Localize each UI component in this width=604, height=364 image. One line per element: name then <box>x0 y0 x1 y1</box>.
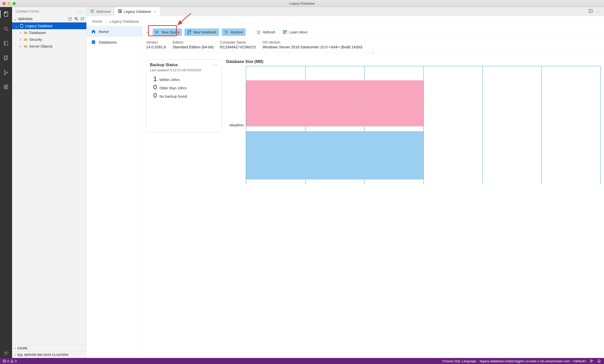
leftnav-databases[interactable]: Databases <box>87 37 142 47</box>
close-icon[interactable]: × <box>154 9 156 14</box>
chevron-right-icon: › <box>15 353 16 357</box>
info-edition-value: Standard Edition (64-bit) <box>173 45 214 49</box>
server-info-strip: Version 14.0.3281.6 Edition Standard Edi… <box>143 38 604 52</box>
chart-gridline <box>600 66 601 184</box>
tree-row-databases[interactable]: › Databases <box>12 29 86 36</box>
folder-icon <box>24 38 28 42</box>
svg-point-42 <box>155 31 156 31</box>
tab-welcome[interactable]: Welcome <box>87 7 115 16</box>
tab-welcome-label: Welcome <box>96 10 111 14</box>
activity-extensions[interactable] <box>0 82 12 92</box>
leftnav-home[interactable]: Home <box>87 26 142 37</box>
new-group-icon[interactable] <box>74 17 78 22</box>
database-size-card: Database Size (MB) rdsadmin <box>226 59 600 354</box>
refresh-button[interactable]: Refresh <box>254 28 278 36</box>
tree-server-label: Legacy Database <box>25 24 53 28</box>
info-version-label: Version <box>146 40 166 44</box>
database-icon <box>91 40 96 44</box>
editor-more-icon[interactable]: ··· <box>596 10 600 14</box>
info-computer: Computer Name EC2AMAZ-VC5M222 <box>220 40 256 49</box>
tree-row-security[interactable]: › Security <box>12 36 86 43</box>
new-notebook-button[interactable]: New Notebook <box>184 28 219 36</box>
new-query-button[interactable]: New Query <box>153 28 182 36</box>
activity-bar <box>0 7 12 358</box>
sidebar-bottom: › AZURE › SQL SERVER BIG DATA CLUSTERS <box>12 345 86 358</box>
card-more-icon[interactable]: ··· <box>213 62 218 67</box>
sidebar-more-icon[interactable]: ··· <box>78 9 83 14</box>
section-azure[interactable]: › AZURE <box>12 345 86 351</box>
sidebar-header: CONNECTIONS ··· <box>12 7 86 16</box>
backup-label: No backup found <box>159 94 187 98</box>
editor-tabs: Welcome Legacy Database × ··· <box>87 7 604 16</box>
info-computer-value: EC2AMAZ-VC5M222 <box>220 45 256 49</box>
svg-point-31 <box>91 10 92 11</box>
traffic-minimize[interactable] <box>8 2 11 5</box>
tree-row-server-objects[interactable]: › Server Objects <box>12 43 86 50</box>
chart-gridline <box>423 66 424 184</box>
info-os-label: OS Version <box>262 40 363 44</box>
info-version-value: 14.0.3281.6 <box>146 45 166 49</box>
svg-rect-20 <box>69 18 71 20</box>
chevron-right-icon: › <box>15 347 16 350</box>
tab-legacy-database[interactable]: Legacy Database × <box>115 7 160 16</box>
status-problems[interactable]: 0 0 <box>3 359 17 363</box>
dashboard-content: Home Databases « New Query New Not <box>87 26 604 358</box>
backup-count: 1 <box>152 75 157 83</box>
status-connection[interactable]: legacy-database.cv6ykrzkgphs.us-east-1.r… <box>480 359 586 363</box>
svg-point-44 <box>155 33 156 33</box>
new-connection-icon[interactable] <box>68 17 72 22</box>
section-servers[interactable]: ⌄ SERVERS <box>12 16 86 22</box>
svg-rect-35 <box>119 12 120 12</box>
activity-source-control[interactable] <box>0 67 12 78</box>
svg-rect-1 <box>5 12 6 13</box>
status-feedback-icon[interactable] <box>590 359 594 363</box>
learn-more-button[interactable]: Learn More <box>280 28 310 36</box>
traffic-zoom[interactable] <box>13 2 16 5</box>
svg-point-11 <box>4 70 5 71</box>
traffic-close[interactable] <box>3 2 6 5</box>
server-icon <box>20 24 24 28</box>
svg-point-2 <box>4 27 7 30</box>
status-choose-language[interactable]: Choose SQL Language <box>442 359 476 363</box>
section-azure-label: AZURE <box>17 347 27 350</box>
backup-title: Backup Status <box>150 63 178 67</box>
home-icon <box>91 29 96 34</box>
activity-connections[interactable] <box>0 9 12 19</box>
welcome-icon <box>90 9 94 14</box>
info-computer-label: Computer Name <box>220 40 256 44</box>
svg-point-13 <box>7 72 8 73</box>
learn-more-label: Learn More <box>289 30 308 34</box>
activity-search[interactable] <box>0 24 12 34</box>
svg-point-19 <box>5 352 7 354</box>
backup-last-updated: Last Updated: 6:12:32 AM 5/20/2020 <box>150 68 218 72</box>
svg-rect-52 <box>285 30 287 32</box>
chevron-right-icon: › <box>105 19 107 23</box>
activity-settings[interactable] <box>0 348 12 358</box>
servers-collapse-icon[interactable] <box>80 17 84 22</box>
activity-explorer[interactable] <box>0 53 12 63</box>
leftnav-databases-label: Databases <box>99 40 117 44</box>
leftnav-home-label: Home <box>99 29 109 34</box>
tab-legacy-label: Legacy Database <box>124 10 151 14</box>
chart-gridline <box>542 66 542 184</box>
dashboard-icon <box>118 9 122 14</box>
split-editor-icon[interactable] <box>588 9 593 14</box>
sidebar: CONNECTIONS ··· ⌄ SERVERS ⌄ Legacy Datab… <box>12 7 87 358</box>
breadcrumb-home[interactable]: Home <box>92 19 102 23</box>
activity-notebooks[interactable] <box>0 38 12 48</box>
breadcrumb-target[interactable]: Legacy Database <box>110 19 139 23</box>
status-bell-icon[interactable] <box>597 359 601 363</box>
new-query-label: New Query <box>162 30 179 34</box>
collapse-leftnav-icon[interactable]: « <box>145 30 150 34</box>
svg-line-3 <box>7 30 8 31</box>
restore-button[interactable]: Restore <box>222 28 246 36</box>
svg-rect-10 <box>4 57 7 60</box>
svg-rect-51 <box>283 32 285 34</box>
chevron-down-icon: ⌄ <box>14 17 17 21</box>
chevron-down-icon: ⌄ <box>15 24 18 28</box>
info-os: OS Version Windows Server 2016 Datacente… <box>262 40 363 49</box>
new-notebook-label: New Notebook <box>193 30 217 34</box>
tree-row-server[interactable]: ⌄ Legacy Database <box>12 22 86 29</box>
section-bigdata[interactable]: › SQL SERVER BIG DATA CLUSTERS <box>12 351 86 358</box>
collapse-info-icon[interactable]: ⌃ <box>143 52 604 56</box>
